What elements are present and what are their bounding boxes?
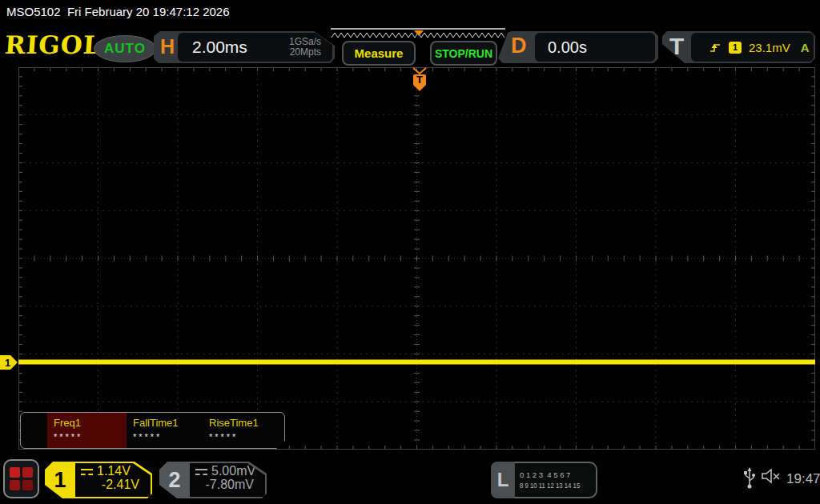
- datetime-text: Fri February 20 19:47:12 2026: [67, 5, 230, 18]
- speaker-muted-icon: [761, 467, 782, 485]
- trigger-source-badge: 1: [729, 42, 742, 54]
- logic-channel-list: 0 1 2 3 4 5 6 7 8 9 10 11 12 13 14 15: [515, 462, 597, 498]
- red-square-icon: [10, 480, 20, 490]
- delay-label: D: [511, 34, 527, 58]
- measurement-label: RiseTime1: [209, 417, 279, 429]
- status-gap: [61, 5, 67, 18]
- oscilloscope-screen: MSO5102 Fri February 20 19:47:12 2026 RI…: [0, 0, 820, 504]
- timebase-value: 2.00ms: [192, 38, 247, 57]
- trigger-pill[interactable]: T 1 23.1mV A: [662, 31, 815, 63]
- clock-display: 19:47: [786, 471, 820, 487]
- trigger-inner: 1 23.1mV A: [691, 33, 814, 62]
- horizontal-label: H: [160, 35, 175, 58]
- usb-icon: [743, 467, 756, 490]
- channel1-position-marker[interactable]: 1: [0, 354, 18, 370]
- channel1-trace[interactable]: [18, 360, 815, 364]
- trigger-level-value: 23.1mV: [749, 41, 790, 54]
- sample-rate: 1GSa/s: [289, 36, 321, 47]
- model-name: MSO5102: [6, 5, 61, 18]
- logic-row-2: 8 9 10 11 12 13 14 15: [520, 480, 582, 490]
- channel2-offset: -7.80mV: [195, 478, 260, 492]
- channel2-status-block[interactable]: 2 5.00mV -7.80mV: [159, 462, 267, 498]
- horizontal-timebase-pill[interactable]: H 2.00ms 1GSa/s20Mpts: [154, 31, 335, 63]
- measurement-label: Freq1: [54, 417, 127, 429]
- trigger-marker-letter: T: [416, 74, 423, 86]
- measurement-label: FallTime1: [133, 417, 203, 429]
- measurement-item-risetime1[interactable]: RiseTime1 *****: [203, 413, 279, 448]
- trigger-mode: A: [801, 41, 810, 54]
- auto-status-button[interactable]: AUTO: [94, 35, 156, 62]
- wavebar-position-triangle[interactable]: [414, 30, 424, 36]
- logic-channels-block[interactable]: L 0 1 2 3 4 5 6 7 8 9 10 11 12 13 14 15: [491, 462, 597, 498]
- windows-menu-button[interactable]: [3, 459, 39, 498]
- measurement-item-freq1[interactable]: Freq1 *****: [47, 413, 127, 448]
- channel2-values: 5.00mV -7.80mV: [190, 463, 265, 497]
- channel1-scale: 1.14V: [97, 464, 131, 478]
- sample-rate-block: 1GSa/s20Mpts: [289, 37, 321, 58]
- channel2-number: 2: [159, 462, 190, 498]
- channel2-scale: 5.00mV: [211, 464, 255, 478]
- delay-pill[interactable]: D 0.00s: [498, 31, 658, 63]
- logic-row-1: 0 1 2 3 4 5 6 7: [520, 470, 596, 480]
- stop-run-button[interactable]: STOP/RUN: [430, 41, 497, 66]
- red-square-icon: [22, 480, 33, 490]
- dc-coupling-icon: [81, 469, 93, 475]
- status-bar: MSO5102 Fri February 20 19:47:12 2026: [6, 5, 230, 18]
- channel1-status-block[interactable]: 1 1.14V -2.41V: [45, 462, 152, 498]
- waveform-position-bar[interactable]: [330, 28, 506, 39]
- measurement-value: *****: [209, 432, 279, 442]
- delay-inner: 0.00s: [535, 33, 655, 62]
- channel1-marker-number: 1: [5, 357, 10, 369]
- channel1-offset: -2.41V: [81, 478, 146, 492]
- measurement-panel: Freq1 ***** FallTime1 ***** RiseTime1 **…: [20, 412, 285, 449]
- measurement-item-falltime1[interactable]: FallTime1 *****: [127, 413, 203, 448]
- horizontal-inner: 2.00ms 1GSa/s20Mpts: [178, 33, 332, 62]
- measurement-value: *****: [54, 432, 127, 442]
- rising-edge-icon: [709, 42, 722, 54]
- logic-label: L: [491, 462, 515, 498]
- memory-depth: 20Mpts: [290, 46, 321, 58]
- channel1-number: 1: [45, 462, 75, 498]
- trigger-position-marker[interactable]: T: [411, 67, 428, 93]
- delay-value: 0.00s: [548, 38, 587, 57]
- measurement-value: *****: [133, 432, 203, 442]
- dc-coupling-icon: [195, 469, 207, 475]
- rigol-logo: RIGOL: [4, 30, 102, 59]
- graticule: [18, 67, 815, 450]
- measure-button[interactable]: Measure: [342, 41, 416, 66]
- red-square-icon: [22, 467, 33, 478]
- trigger-label: T: [669, 33, 684, 60]
- red-square-icon: [10, 467, 20, 478]
- channel1-values: 1.14V -2.41V: [75, 463, 151, 497]
